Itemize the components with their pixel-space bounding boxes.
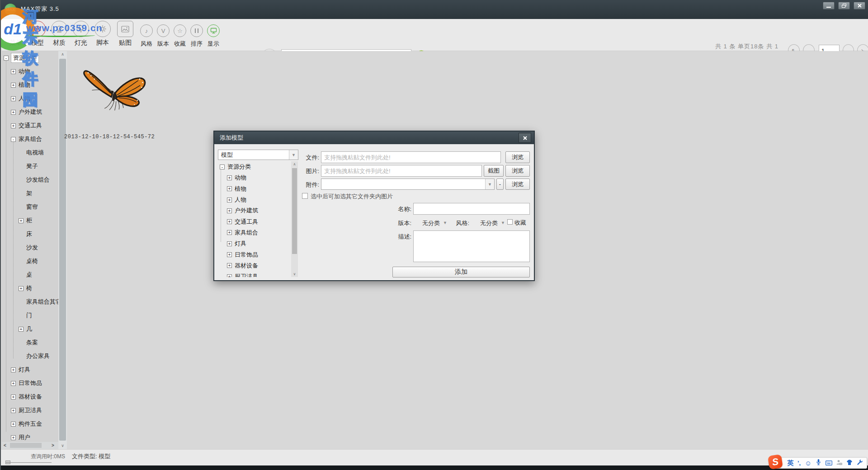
expander-icon[interactable]	[19, 286, 24, 291]
expander-icon[interactable]	[227, 175, 232, 180]
restore-button[interactable]	[838, 2, 850, 9]
chevron-down-icon[interactable]: ▼	[501, 221, 505, 225]
scroll-down-icon[interactable]: ∨	[58, 442, 67, 449]
sidebar-tree-item[interactable]: 灯具	[2, 363, 58, 376]
favorite-checkbox[interactable]	[507, 219, 513, 225]
dialog-tree-item[interactable]: 灯具	[218, 238, 290, 249]
ime-settings-wrench-icon[interactable]	[857, 459, 863, 467]
expander-icon[interactable]	[11, 367, 16, 372]
model-button[interactable]: 模型	[27, 21, 48, 47]
dialog-tree-item[interactable]: 日常饰品	[218, 249, 290, 260]
expander-icon[interactable]	[227, 219, 232, 224]
dialog-tree-scrollbar[interactable]: ∧ ∨	[291, 161, 298, 277]
sidebar-tree-item[interactable]: 门	[2, 309, 58, 322]
ime-punctuation-toggle[interactable]: ’,	[797, 460, 801, 466]
sidebar-tree-item[interactable]: 几	[2, 322, 58, 336]
sidebar-tree-item[interactable]: 桌	[2, 268, 58, 282]
remove-attachment-button[interactable]: -	[496, 179, 504, 190]
file-browse-button[interactable]: 浏览	[505, 151, 530, 163]
sidebar-tree-item[interactable]: 日常饰品	[2, 376, 58, 390]
style-filter-button[interactable]: ♪ 风格	[137, 24, 156, 48]
ime-skin-icon[interactable]	[846, 459, 853, 467]
sidebar-tree-item[interactable]: 沙发	[2, 241, 58, 254]
screenshot-button[interactable]: 截图	[484, 165, 504, 177]
expander-icon[interactable]	[227, 274, 232, 277]
expander-icon[interactable]	[19, 327, 24, 332]
expander-icon[interactable]	[220, 164, 225, 169]
sidebar-tree-item[interactable]: 人物	[2, 92, 58, 105]
expander-icon[interactable]	[19, 218, 24, 223]
sidebar-tree-item[interactable]: 器材设备	[2, 390, 58, 404]
expander-icon[interactable]	[227, 263, 232, 268]
expander-icon[interactable]	[11, 422, 16, 427]
sidebar-tree-item[interactable]: 凳子	[2, 160, 58, 173]
sidebar-tree-item[interactable]: 家具组合其它	[2, 295, 58, 309]
sogou-logo-icon[interactable]: S	[768, 454, 783, 470]
sidebar-tree-item[interactable]: 用户	[2, 431, 58, 442]
sidebar-tree-item[interactable]: 户外建筑	[2, 105, 58, 119]
sidebar-tree-item[interactable]: 床	[2, 227, 58, 241]
expander-icon[interactable]	[11, 83, 16, 88]
sidebar-tree-item[interactable]: 沙发组合	[2, 173, 58, 187]
expander-icon[interactable]	[11, 137, 16, 142]
light-button[interactable]: 灯光	[70, 21, 92, 47]
expander-icon[interactable]	[11, 110, 16, 115]
category-type-dropdown[interactable]: 模型 ▼	[218, 150, 298, 160]
sidebar-tree-item[interactable]: 桌椅	[2, 254, 58, 268]
add-button[interactable]: 添加	[392, 267, 530, 277]
sidebar-tree-item[interactable]: 植物	[2, 78, 58, 92]
file-path-input[interactable]	[321, 151, 501, 163]
image-path-input[interactable]	[321, 165, 482, 177]
expander-icon[interactable]	[11, 96, 16, 101]
texture-button[interactable]: 贴图	[114, 21, 136, 47]
sidebar-tree-item[interactable]: 办公家具	[2, 349, 58, 363]
favorites-button[interactable]: ☆ 收藏	[171, 24, 189, 48]
sort-button[interactable]: 排序	[188, 24, 206, 48]
description-textarea[interactable]	[413, 230, 530, 262]
sidebar-horizontal-scrollbar[interactable]: < >	[2, 442, 58, 449]
ime-account-icon[interactable]	[836, 459, 842, 467]
sidebar-tree-item[interactable]: 架	[2, 187, 58, 200]
resource-thumbnail[interactable]: 2013-12-10-18-12-54-545-72	[63, 53, 181, 141]
sidebar-tree-item[interactable]: 椅	[2, 282, 58, 295]
expander-icon[interactable]	[227, 197, 232, 202]
sidebar-tree-item[interactable]: 厨卫洁具	[2, 404, 58, 417]
expander-icon[interactable]	[11, 123, 16, 128]
expander-icon[interactable]	[227, 241, 232, 246]
dialog-tree-item[interactable]: 厨卫洁具	[218, 271, 290, 277]
ime-language-toggle[interactable]: 英	[787, 459, 793, 467]
dialog-close-button[interactable]	[519, 133, 531, 143]
close-button[interactable]	[854, 2, 865, 9]
attachment-combobox[interactable]: ▼	[321, 179, 495, 190]
ime-keyboard-icon[interactable]	[826, 459, 832, 467]
sidebar-tree-item[interactable]: 电视墙	[2, 146, 58, 160]
scroll-down-icon[interactable]: ∨	[291, 271, 298, 277]
sidebar-tree-item[interactable]: 柜	[2, 214, 58, 227]
expander-icon[interactable]	[227, 252, 232, 257]
expander-icon[interactable]	[11, 381, 16, 386]
scrollbar-thumb[interactable]	[10, 443, 42, 448]
sidebar-tree-item[interactable]: 资源分类	[2, 51, 58, 65]
scroll-up-icon[interactable]: ∧	[291, 161, 298, 167]
expander-icon[interactable]	[227, 208, 232, 213]
dialog-tree-item[interactable]: 资源分类	[218, 161, 290, 172]
style-dropdown[interactable]: 无分类	[480, 219, 498, 227]
zoom-slider-track[interactable]	[5, 462, 52, 463]
sidebar-tree-item[interactable]: 动物	[2, 65, 58, 78]
material-button[interactable]: 材质	[48, 21, 70, 47]
dialog-tree-item[interactable]: 动物	[218, 172, 290, 183]
extra-folder-checkbox[interactable]	[302, 193, 308, 199]
expander-icon[interactable]	[4, 56, 9, 61]
ime-emoji-icon[interactable]: ☺	[805, 459, 811, 467]
version-dropdown[interactable]: 无分类	[422, 219, 440, 227]
sidebar-tree-item[interactable]: 条案	[2, 336, 58, 349]
expander-icon[interactable]	[227, 230, 232, 235]
expander-icon[interactable]	[11, 408, 16, 413]
script-button[interactable]: 脚本	[92, 21, 113, 47]
scroll-left-icon[interactable]: <	[2, 443, 8, 448]
dialog-tree-item[interactable]: 交通工具	[218, 216, 290, 227]
dialog-tree-item[interactable]: 户外建筑	[218, 205, 290, 216]
version-filter-button[interactable]: V 版本	[154, 24, 172, 48]
ime-mic-icon[interactable]	[816, 459, 821, 467]
expander-icon[interactable]	[11, 69, 16, 74]
